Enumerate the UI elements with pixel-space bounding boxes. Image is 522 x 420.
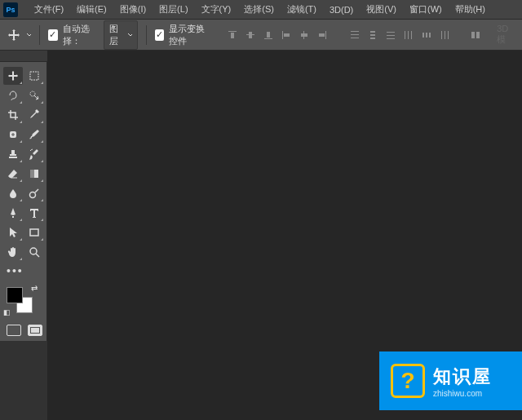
- svg-rect-4: [264, 38, 272, 39]
- svg-rect-19: [387, 35, 395, 36]
- show-transform-checkbox[interactable]: ✓: [155, 29, 164, 41]
- svg-rect-30: [471, 32, 475, 38]
- svg-rect-32: [30, 72, 38, 80]
- pen-tool[interactable]: [3, 204, 23, 222]
- align-hcenter-icon[interactable]: [296, 27, 312, 43]
- align-top-icon[interactable]: [224, 27, 241, 43]
- move-tool[interactable]: [3, 67, 23, 85]
- standard-mode-icon[interactable]: [7, 325, 21, 336]
- svg-rect-9: [301, 33, 307, 37]
- distribute-vcenter-icon[interactable]: [365, 27, 381, 43]
- chevron-down-icon: [127, 33, 132, 38]
- svg-rect-3: [249, 32, 252, 38]
- brush-tool[interactable]: [24, 126, 44, 144]
- menu-window[interactable]: 窗口(W): [403, 3, 449, 15]
- align-left-icon[interactable]: [278, 27, 294, 43]
- menu-type[interactable]: 文字(Y): [195, 3, 238, 15]
- options-bar: ✓ 自动选择： 图层 ✓ 显示变换控件 3D 模: [0, 20, 522, 51]
- healing-tool[interactable]: [3, 126, 23, 144]
- shape-tool[interactable]: [24, 223, 44, 241]
- svg-rect-12: [351, 31, 359, 32]
- path-select-tool[interactable]: [3, 223, 23, 241]
- stamp-tool[interactable]: [3, 145, 23, 163]
- svg-rect-16: [370, 34, 375, 36]
- menu-select[interactable]: 选择(S): [237, 3, 281, 15]
- distribute-hcenter-icon[interactable]: [418, 27, 435, 43]
- align-vcenter-icon[interactable]: [242, 27, 259, 43]
- history-brush-tool[interactable]: [24, 145, 44, 163]
- chevron-down-icon[interactable]: [26, 32, 32, 38]
- menu-file[interactable]: 文件(F): [28, 3, 70, 15]
- menu-3d[interactable]: 3D(D): [323, 5, 360, 15]
- svg-rect-26: [429, 33, 431, 38]
- svg-rect-38: [30, 229, 38, 236]
- svg-rect-27: [441, 31, 442, 39]
- separator: [146, 25, 147, 45]
- svg-point-39: [30, 248, 37, 254]
- svg-rect-22: [408, 31, 409, 39]
- align-group-1: [224, 27, 330, 43]
- zoom-tool[interactable]: [24, 243, 44, 261]
- menu-filter[interactable]: 滤镜(T): [281, 3, 323, 15]
- show-transform-label: 显示变换控件: [169, 23, 213, 47]
- dodge-tool[interactable]: [24, 184, 44, 202]
- ps-logo-icon: Ps: [3, 2, 18, 17]
- quick-select-tool[interactable]: [24, 86, 44, 104]
- align-bottom-icon[interactable]: [260, 27, 276, 43]
- svg-rect-20: [387, 38, 395, 39]
- swap-colors-icon[interactable]: ⇄: [31, 284, 38, 293]
- watermark-subtitle: zhishiwu.com: [433, 389, 492, 398]
- distribute-left-icon[interactable]: [400, 27, 417, 43]
- align-right-icon[interactable]: [314, 27, 330, 43]
- menu-edit[interactable]: 编辑(E): [70, 3, 113, 15]
- toolbar-tab-well[interactable]: [0, 51, 47, 62]
- autoselect-target-dropdown[interactable]: 图层: [104, 20, 138, 50]
- svg-rect-28: [445, 31, 445, 39]
- color-swatches: ⇄ ◧: [3, 284, 42, 316]
- move-tool-icon[interactable]: [7, 26, 21, 44]
- svg-rect-13: [351, 34, 359, 35]
- svg-rect-5: [267, 32, 270, 38]
- autoselect-checkbox[interactable]: ✓: [48, 29, 57, 41]
- distribute-top-icon[interactable]: [347, 27, 363, 43]
- menu-image[interactable]: 图像(I): [113, 3, 153, 15]
- gradient-tool[interactable]: [24, 165, 44, 183]
- svg-rect-25: [426, 33, 427, 38]
- hand-tool[interactable]: [3, 243, 23, 261]
- quickmask-mode-icon[interactable]: [28, 325, 42, 336]
- svg-rect-23: [411, 31, 412, 39]
- svg-rect-29: [448, 31, 449, 39]
- svg-rect-36: [30, 170, 34, 178]
- foreground-color[interactable]: [7, 287, 23, 303]
- eraser-tool[interactable]: [3, 165, 23, 183]
- svg-rect-14: [351, 38, 359, 38]
- distribute-group: [347, 27, 453, 43]
- distribute-bottom-icon[interactable]: [383, 27, 399, 43]
- blur-tool[interactable]: [3, 184, 23, 202]
- separator: [39, 25, 40, 45]
- svg-rect-7: [284, 33, 290, 37]
- svg-rect-10: [325, 31, 326, 39]
- menu-view[interactable]: 视图(V): [360, 3, 403, 15]
- type-tool[interactable]: [24, 204, 44, 222]
- default-colors-icon[interactable]: ◧: [3, 308, 11, 316]
- crop-tool[interactable]: [3, 106, 23, 124]
- menu-layer[interactable]: 图层(L): [153, 3, 194, 15]
- watermark-title: 知识屋: [433, 365, 492, 389]
- toolbar-column: ••• ⇄ ◧: [0, 51, 47, 420]
- svg-rect-15: [370, 31, 375, 33]
- menu-bar: Ps 文件(F) 编辑(E) 图像(I) 图层(L) 文字(Y) 选择(S) 滤…: [0, 0, 522, 20]
- watermark: ? 知识屋 zhishiwu.com: [379, 351, 522, 410]
- auto-align-icon[interactable]: [469, 27, 482, 43]
- distribute-right-icon[interactable]: [436, 27, 453, 43]
- edit-toolbar-icon[interactable]: •••: [3, 263, 44, 279]
- autoselect-label: 自动选择：: [63, 23, 100, 47]
- menu-help[interactable]: 帮助(H): [449, 3, 492, 15]
- marquee-tool[interactable]: [24, 67, 44, 85]
- svg-rect-31: [476, 32, 480, 38]
- svg-rect-17: [370, 38, 375, 39]
- eyedropper-tool[interactable]: [24, 106, 44, 124]
- mask-mode-row: [3, 325, 43, 336]
- lasso-tool[interactable]: [3, 86, 23, 104]
- watermark-icon: ?: [391, 364, 425, 398]
